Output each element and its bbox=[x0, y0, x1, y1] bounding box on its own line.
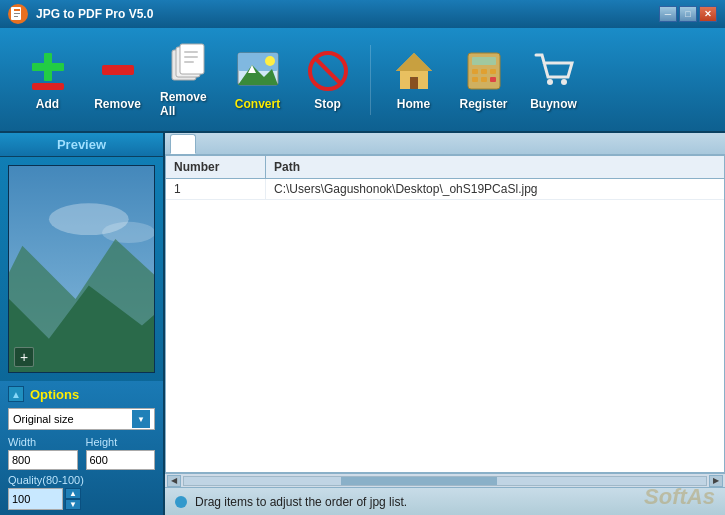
status-text: Drag items to adjust the order of jpg li… bbox=[195, 495, 407, 509]
size-dropdown[interactable]: Original size ▼ bbox=[8, 408, 155, 430]
scroll-track[interactable] bbox=[183, 476, 707, 486]
height-input[interactable] bbox=[86, 450, 156, 470]
maximize-button[interactable]: □ bbox=[679, 6, 697, 22]
home-label: Home bbox=[397, 97, 430, 111]
app-icon bbox=[8, 4, 28, 24]
close-button[interactable]: ✕ bbox=[699, 6, 717, 22]
preview-area: + bbox=[8, 165, 155, 373]
minimize-button[interactable]: ─ bbox=[659, 6, 677, 22]
toolbar-divider bbox=[370, 45, 371, 115]
quality-label: Quality(80-100) bbox=[8, 474, 155, 486]
register-label: Register bbox=[459, 97, 507, 111]
table-row: 1 C:\Users\Gagushonok\Desktop\_ohS19PCaS… bbox=[166, 179, 724, 200]
options-toggle[interactable]: ▲ bbox=[8, 386, 24, 402]
toolbar: Add Remove Remove All bbox=[0, 28, 725, 133]
options-title: Options bbox=[30, 387, 79, 402]
quality-section: Quality(80-100) ▲ ▼ bbox=[8, 474, 155, 510]
add-button[interactable]: Add bbox=[15, 35, 80, 125]
width-label: Width bbox=[8, 436, 78, 448]
width-field: Width bbox=[8, 436, 78, 470]
remove-all-label: Remove All bbox=[160, 90, 215, 118]
quality-spinner: ▲ ▼ bbox=[65, 488, 81, 510]
remove-button[interactable]: Remove bbox=[85, 35, 150, 125]
size-dropdown-value: Original size bbox=[13, 413, 74, 425]
svg-rect-7 bbox=[102, 65, 134, 75]
svg-rect-13 bbox=[184, 61, 194, 63]
width-input[interactable] bbox=[8, 450, 78, 470]
buynow-icon bbox=[532, 49, 576, 93]
convert-label: Convert bbox=[235, 97, 280, 111]
main-layout: Preview + bbox=[0, 133, 725, 515]
col-path-header: Path bbox=[266, 156, 724, 178]
svg-rect-31 bbox=[490, 77, 496, 82]
remove-all-button[interactable]: Remove All bbox=[155, 35, 220, 125]
svg-rect-6 bbox=[32, 63, 64, 71]
svg-point-32 bbox=[547, 79, 553, 85]
row-number: 1 bbox=[166, 179, 266, 199]
svg-rect-3 bbox=[14, 16, 18, 17]
svg-rect-1 bbox=[14, 9, 20, 11]
scroll-left-button[interactable]: ◀ bbox=[167, 475, 181, 487]
svg-rect-2 bbox=[14, 13, 20, 14]
quality-input-row: ▲ ▼ bbox=[8, 488, 155, 510]
remove-label: Remove bbox=[94, 97, 141, 111]
window-controls: ─ □ ✕ bbox=[659, 6, 717, 22]
home-icon bbox=[392, 49, 436, 93]
svg-rect-28 bbox=[490, 69, 496, 74]
convert-button[interactable]: Convert bbox=[225, 35, 290, 125]
quality-down-button[interactable]: ▼ bbox=[65, 499, 81, 510]
preview-add-btn[interactable]: + bbox=[14, 347, 34, 367]
svg-point-33 bbox=[561, 79, 567, 85]
svg-rect-12 bbox=[184, 56, 198, 58]
height-label: Height bbox=[86, 436, 156, 448]
height-field: Height bbox=[86, 436, 156, 470]
quality-up-button[interactable]: ▲ bbox=[65, 488, 81, 499]
convert-icon bbox=[236, 49, 280, 93]
svg-rect-26 bbox=[472, 69, 478, 74]
register-icon bbox=[462, 49, 506, 93]
preview-header: Preview bbox=[0, 133, 163, 157]
dropdown-arrow-icon: ▼ bbox=[132, 410, 150, 428]
left-panel: Preview + bbox=[0, 133, 165, 515]
buynow-label: Buynow bbox=[530, 97, 577, 111]
right-panel: Number Path 1 C:\Users\Gagushonok\Deskto… bbox=[165, 133, 725, 515]
file-table-body: 1 C:\Users\Gagushonok\Desktop\_ohS19PCaS… bbox=[166, 179, 724, 472]
svg-marker-22 bbox=[396, 53, 432, 71]
svg-rect-10 bbox=[180, 44, 204, 74]
add-label: Add bbox=[36, 97, 59, 111]
tab-files[interactable] bbox=[170, 134, 196, 154]
svg-point-16 bbox=[265, 56, 275, 66]
preview-label: Preview bbox=[57, 137, 106, 152]
size-row: Width Height bbox=[8, 436, 155, 470]
tab-bar bbox=[165, 133, 725, 155]
remove-all-icon bbox=[166, 42, 210, 86]
horizontal-scrollbar[interactable]: ◀ ▶ bbox=[165, 473, 725, 487]
register-button[interactable]: Register bbox=[451, 35, 516, 125]
svg-rect-30 bbox=[481, 77, 487, 82]
stop-label: Stop bbox=[314, 97, 341, 111]
options-section: ▲ Options Original size ▼ Width Height Q… bbox=[0, 381, 163, 515]
scroll-thumb[interactable] bbox=[341, 477, 498, 485]
buynow-button[interactable]: Buynow bbox=[521, 35, 586, 125]
col-number-header: Number bbox=[166, 156, 266, 178]
svg-point-36 bbox=[102, 222, 154, 243]
options-header: ▲ Options bbox=[8, 386, 155, 402]
status-indicator bbox=[175, 496, 187, 508]
stop-button[interactable]: Stop bbox=[295, 35, 360, 125]
svg-rect-23 bbox=[410, 77, 418, 89]
file-list-area: Number Path 1 C:\Users\Gagushonok\Deskto… bbox=[165, 155, 725, 473]
stop-icon bbox=[306, 49, 350, 93]
scroll-right-button[interactable]: ▶ bbox=[709, 475, 723, 487]
watermark: SoftAs bbox=[644, 484, 715, 510]
svg-line-20 bbox=[314, 57, 342, 85]
quality-input[interactable] bbox=[8, 488, 63, 510]
svg-rect-25 bbox=[472, 57, 496, 65]
row-path: C:\Users\Gagushonok\Desktop\_ohS19PCaSl.… bbox=[266, 179, 724, 199]
file-table-header: Number Path bbox=[166, 156, 724, 179]
home-button[interactable]: Home bbox=[381, 35, 446, 125]
svg-rect-11 bbox=[184, 51, 198, 53]
status-bar: Drag items to adjust the order of jpg li… bbox=[165, 487, 725, 515]
remove-icon bbox=[96, 49, 140, 93]
svg-rect-29 bbox=[472, 77, 478, 82]
svg-rect-4 bbox=[32, 83, 64, 90]
